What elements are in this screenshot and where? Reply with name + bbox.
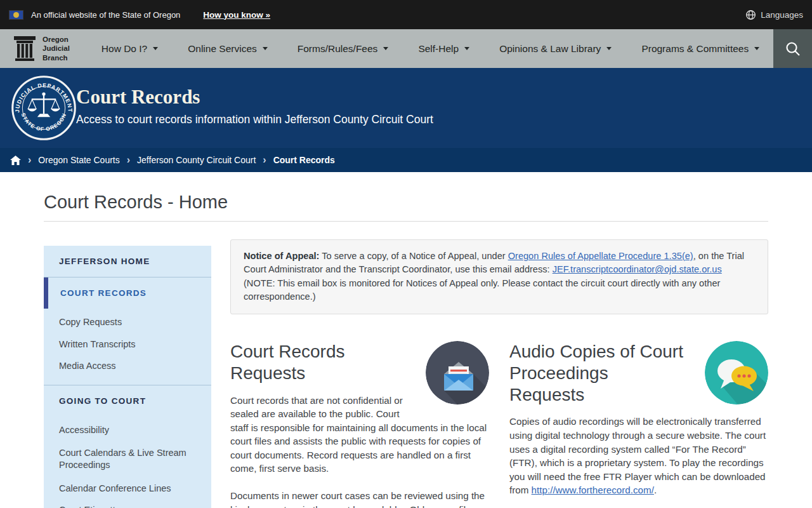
sidebar-item-court-etiquette[interactable]: Court Etiquette <box>44 499 211 508</box>
main-content: Court Records - Home JEFFERSON HOME COUR… <box>0 172 812 508</box>
nav-item-label: Opinions & Law Library <box>499 43 601 55</box>
nav-item-programs-committees[interactable]: Programs & Committees <box>641 43 759 55</box>
logo-line-2: Judicial <box>43 44 70 53</box>
nav-item-label: How Do I? <box>102 43 147 55</box>
sidebar-nav: JEFFERSON HOME COURT RECORDS Copy Reques… <box>44 246 211 508</box>
chevron-down-icon <box>263 47 268 50</box>
page-title: Court Records - Home <box>44 192 768 213</box>
audio-text: Copies of audio recordings will be elect… <box>509 416 766 495</box>
chevron-down-icon <box>754 47 759 50</box>
nav-item-self-help[interactable]: Self-Help <box>418 43 469 55</box>
sidebar-item-court-calendars[interactable]: Court Calendars & Live Stream Proceeding… <box>44 441 211 478</box>
nav-item-label: Programs & Committees <box>641 43 749 55</box>
page-banner-title: Court Records <box>76 86 812 109</box>
sidebar-item-court-records[interactable]: COURT RECORDS <box>44 277 211 309</box>
official-website-text: An official website of the State of Oreg… <box>31 10 180 20</box>
chat-bubbles-icon <box>705 341 768 404</box>
breadcrumb: › Oregon State Courts › Jefferson County… <box>0 148 812 172</box>
fortherecord-link[interactable]: http://www.fortherecord.com/ <box>532 485 654 495</box>
sidebar-item-accessibility[interactable]: Accessibility <box>44 419 211 441</box>
sidebar-item-going-to-court[interactable]: GOING TO COURT <box>44 385 211 417</box>
breadcrumb-separator: › <box>28 155 31 165</box>
column-logo-icon <box>13 35 37 62</box>
court-records-requests-section: Court Records Requests Court records tha… <box>230 341 489 508</box>
sidebar-item-jefferson-home[interactable]: JEFFERSON HOME <box>44 246 211 277</box>
nav-item-label: Self-Help <box>418 43 459 55</box>
page-banner-subtitle: Access to court records information with… <box>76 113 812 126</box>
logo-line-1: Oregon <box>43 35 70 44</box>
main-nav: Oregon Judicial Branch How Do I? Online … <box>0 29 812 68</box>
appellate-procedure-link[interactable]: Oregon Rules of Appellate Procedure 1.35… <box>508 251 693 261</box>
languages-button[interactable]: Languages <box>745 10 803 20</box>
nav-item-how-do-i[interactable]: How Do I? <box>102 43 158 55</box>
records-paragraph-1: Court records that are not confidential … <box>230 394 489 476</box>
audio-paragraph-1: Copies of audio recordings will be elect… <box>509 415 768 497</box>
globe-icon <box>745 10 756 20</box>
chevron-down-icon <box>606 47 612 50</box>
envelope-icon <box>426 341 489 404</box>
search-button[interactable] <box>773 29 812 68</box>
notice-text: To serve a copy, of a Notice of Appeal, … <box>319 251 508 261</box>
audio-text: . <box>654 485 657 495</box>
how-you-know-link[interactable]: How you know » <box>203 10 270 20</box>
breadcrumb-separator: › <box>127 155 130 165</box>
top-bar: An official website of the State of Oreg… <box>0 0 812 29</box>
notice-of-appeal-box: Notice of Appeal: To serve a copy, of a … <box>230 239 768 314</box>
chevron-down-icon <box>464 47 469 50</box>
home-link[interactable] <box>10 156 21 165</box>
notice-text: (NOTE: This email box is monitored for N… <box>244 278 720 302</box>
transcript-coordinator-email-link[interactable]: JEF.transcriptcoordinator@ojd.state.or.u… <box>553 264 722 274</box>
chevron-down-icon <box>383 47 388 50</box>
hero-banner: JUDICIAL DEPARTMENT STATE OF OREGON Cour… <box>0 68 812 148</box>
breadcrumb-current-court-records: Court Records <box>273 155 335 165</box>
logo-line-3: Branch <box>43 53 70 62</box>
breadcrumb-oregon-state-courts[interactable]: Oregon State Courts <box>38 155 119 165</box>
ojb-logo[interactable]: Oregon Judicial Branch <box>13 35 70 62</box>
notice-label: Notice of Appeal: <box>244 251 319 261</box>
oregon-flag-icon <box>9 10 23 20</box>
records-paragraph-2: Documents in newer court cases can be re… <box>230 489 489 508</box>
search-icon <box>785 41 801 57</box>
sidebar-item-calendar-conference-lines[interactable]: Calendar Conference Lines <box>44 478 211 500</box>
nav-item-label: Forms/Rules/Fees <box>298 43 378 55</box>
chevron-down-icon <box>153 47 158 50</box>
audio-copies-section: Audio Copies of Court Proceedings Reques… <box>509 341 768 508</box>
nav-menu: How Do I? Online Services Forms/Rules/Fe… <box>102 43 759 55</box>
nav-item-online-services[interactable]: Online Services <box>188 43 268 55</box>
nav-item-label: Online Services <box>188 43 257 55</box>
judicial-department-seal-icon: JUDICIAL DEPARTMENT STATE OF OREGON <box>11 76 76 143</box>
sidebar-item-media-access[interactable]: Media Access <box>44 355 211 377</box>
nav-item-opinions-law-library[interactable]: Opinions & Law Library <box>499 43 612 55</box>
breadcrumb-separator: › <box>263 155 266 165</box>
breadcrumb-jefferson-county[interactable]: Jefferson County Circuit Court <box>137 155 256 165</box>
nav-item-forms-rules-fees[interactable]: Forms/Rules/Fees <box>298 43 389 55</box>
sidebar-item-written-transcripts[interactable]: Written Transcripts <box>44 333 211 356</box>
languages-label: Languages <box>761 10 803 20</box>
sidebar-item-copy-requests[interactable]: Copy Requests <box>44 311 211 333</box>
